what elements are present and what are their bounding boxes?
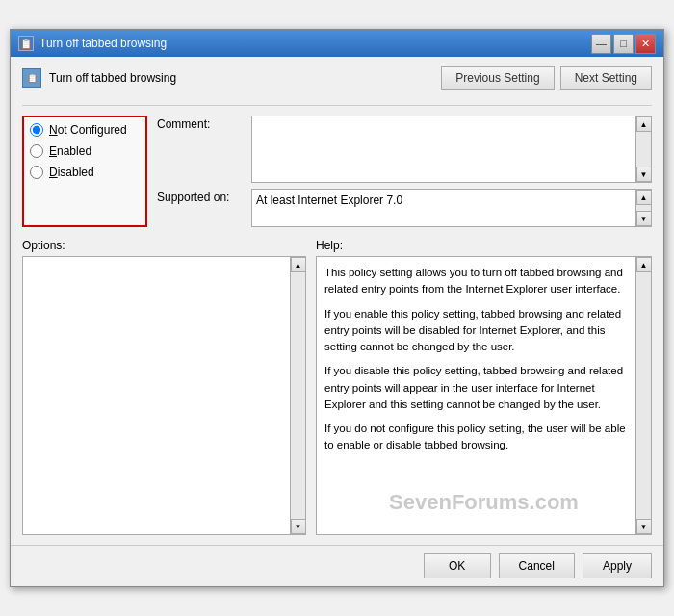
help-panel: Help: This policy setting allows you to … bbox=[316, 239, 652, 535]
comment-input[interactable] bbox=[252, 116, 635, 182]
options-scroll-up[interactable]: ▲ bbox=[291, 257, 306, 272]
options-label: Options: bbox=[22, 239, 306, 252]
supported-scroll-up[interactable]: ▲ bbox=[636, 190, 652, 205]
title-bar: 📋 Turn off tabbed browsing — □ ✕ bbox=[11, 30, 663, 57]
next-setting-button[interactable]: Next Setting bbox=[560, 66, 652, 90]
divider bbox=[22, 105, 652, 106]
help-scrollbar: ▲ ▼ bbox=[635, 257, 651, 534]
help-para-4: If you do not configure this policy sett… bbox=[324, 421, 628, 454]
help-scroll-down[interactable]: ▼ bbox=[636, 519, 652, 534]
scroll-track bbox=[636, 132, 651, 167]
window-icon: 📋 bbox=[18, 36, 34, 51]
help-para-3: If you disable this policy setting, tabb… bbox=[324, 363, 628, 413]
options-scroll-track bbox=[291, 272, 305, 519]
supported-label: Supported on: bbox=[157, 189, 244, 204]
radio-disabled-label: Disabled bbox=[49, 166, 94, 179]
title-bar-left: 📋 Turn off tabbed browsing bbox=[18, 36, 167, 51]
main-window: 📋 Turn off tabbed browsing — □ ✕ 📋 Turn … bbox=[10, 29, 664, 587]
help-box: This policy setting allows you to turn o… bbox=[316, 256, 652, 535]
supported-box: At least Internet Explorer 7.0 ▲ ▼ bbox=[251, 189, 652, 227]
comment-box: ▲ ▼ bbox=[251, 116, 652, 183]
radio-not-configured-input[interactable] bbox=[30, 123, 43, 137]
help-text-content: This policy setting allows you to turn o… bbox=[317, 257, 635, 534]
supported-value: At least Internet Explorer 7.0 bbox=[252, 190, 651, 226]
options-panel: Options: ▲ ▼ bbox=[22, 239, 306, 535]
right-panel: Comment: ▲ ▼ Supported on: At least bbox=[157, 116, 652, 227]
bottom-section: Options: ▲ ▼ Help: This policy setting a… bbox=[22, 239, 652, 535]
footer: OK Cancel Apply bbox=[11, 545, 663, 586]
help-scroll-up[interactable]: ▲ bbox=[636, 257, 652, 272]
nav-buttons: Previous Setting Next Setting bbox=[441, 66, 652, 90]
radio-not-configured-label: Not Configured bbox=[49, 123, 127, 137]
comment-row: Comment: ▲ ▼ bbox=[157, 116, 652, 183]
options-box: ▲ ▼ bbox=[22, 256, 306, 535]
supported-scrollbar: ▲ ▼ bbox=[635, 190, 651, 226]
radio-panel: Not Configured Enabled Disabled bbox=[22, 116, 147, 227]
main-section: Not Configured Enabled Disabled Comment: bbox=[22, 116, 652, 227]
prev-setting-button[interactable]: Previous Setting bbox=[441, 66, 554, 90]
radio-disabled-input[interactable] bbox=[30, 166, 43, 179]
minimize-button[interactable]: — bbox=[591, 34, 611, 54]
supported-scroll-down[interactable]: ▼ bbox=[636, 211, 652, 226]
close-button[interactable]: ✕ bbox=[635, 34, 656, 54]
comment-scrollbar: ▲ ▼ bbox=[635, 116, 651, 182]
cancel-button[interactable]: Cancel bbox=[499, 553, 575, 578]
help-label: Help: bbox=[316, 239, 652, 252]
content-area: 📋 Turn off tabbed browsing Previous Sett… bbox=[11, 57, 663, 545]
header-icon: 📋 bbox=[22, 68, 41, 88]
radio-enabled-label: Enabled bbox=[49, 144, 91, 158]
comment-label: Comment: bbox=[157, 116, 244, 131]
options-scrollbar: ▲ ▼ bbox=[290, 257, 305, 534]
header-row: 📋 Turn off tabbed browsing Previous Sett… bbox=[22, 66, 652, 90]
ok-button[interactable]: OK bbox=[424, 553, 491, 578]
radio-disabled[interactable]: Disabled bbox=[30, 166, 140, 179]
dialog-header: 📋 Turn off tabbed browsing bbox=[22, 68, 176, 88]
scroll-down-arrow[interactable]: ▼ bbox=[636, 167, 652, 182]
supported-row: Supported on: At least Internet Explorer… bbox=[157, 189, 652, 227]
title-bar-controls: — □ ✕ bbox=[591, 34, 656, 54]
scroll-up-arrow[interactable]: ▲ bbox=[636, 116, 652, 132]
maximize-button[interactable]: □ bbox=[613, 34, 634, 54]
help-scroll-track bbox=[636, 272, 651, 519]
radio-not-configured[interactable]: Not Configured bbox=[30, 123, 140, 137]
window-title: Turn off tabbed browsing bbox=[39, 37, 167, 50]
apply-button[interactable]: Apply bbox=[583, 553, 652, 578]
header-title-text: Turn off tabbed browsing bbox=[49, 71, 176, 85]
options-scroll-down[interactable]: ▼ bbox=[291, 519, 306, 534]
help-para-2: If you enable this policy setting, tabbe… bbox=[324, 306, 628, 356]
radio-enabled-input[interactable] bbox=[30, 144, 43, 158]
radio-enabled[interactable]: Enabled bbox=[30, 144, 140, 158]
help-para-1: This policy setting allows you to turn o… bbox=[324, 265, 628, 298]
